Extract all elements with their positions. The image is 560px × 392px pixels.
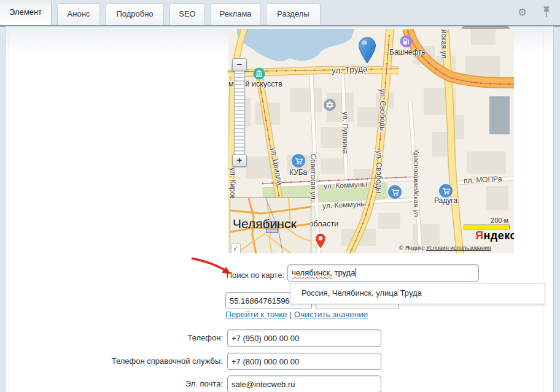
email-label: Эл. почта: — [88, 379, 223, 388]
pin-icon[interactable] — [541, 5, 552, 20]
text-caret — [356, 268, 356, 277]
minimap-collapse-icon[interactable]: ↙ — [231, 244, 241, 253]
map-scale-bar — [464, 225, 510, 229]
annotation-arrow — [185, 253, 241, 278]
map-scale-label: 200 м — [464, 217, 508, 224]
poi-label-oblasti: области — [309, 219, 339, 228]
street-label-sovetskaya: Советская ул. — [309, 154, 317, 201]
shop-cart-icon-kuba[interactable] — [292, 154, 305, 167]
email-input[interactable] — [227, 375, 381, 392]
settings-gear-icon[interactable]: ⚙ — [518, 6, 527, 19]
fuel-station-icon[interactable] — [400, 35, 413, 48]
zoom-out-button[interactable]: − — [232, 58, 247, 71]
panel-right-hairline — [543, 26, 543, 392]
minimap[interactable]: Челябинск ↙ — [230, 198, 311, 253]
goto-point-link[interactable]: Перейти к точке — [225, 310, 287, 319]
map-copyright: © Яндекс Условия использования — [399, 244, 491, 251]
zoom-in-button[interactable]: + — [232, 154, 247, 167]
street-label-rossiyskaya: йская ул. — [440, 29, 448, 61]
panel-left-hairline — [9, 26, 9, 392]
street-label-krasnoarmeyskaya: Красноармейская ул. — [413, 149, 420, 219]
tab-seo[interactable]: SEO — [169, 3, 205, 25]
support-phone-input[interactable] — [227, 353, 381, 370]
yandex-map[interactable]: ул. Труда ул. Свободы ул. Свободы ул. Пу… — [228, 29, 514, 253]
phone-label: Телефон: — [88, 333, 223, 342]
support-phone-label: Телефон справочной службы: — [88, 356, 223, 366]
museum-icon[interactable] — [253, 67, 265, 80]
map-search-input[interactable]: челябинск, труда — [287, 264, 479, 282]
blue-placemark-icon[interactable] — [358, 37, 376, 65]
shop-cart-icon-raduga[interactable] — [439, 184, 453, 198]
copyright-text: © Яндекс — [399, 244, 425, 251]
terms-link[interactable]: Условия использования — [426, 244, 491, 251]
tab-element[interactable]: Элемент — [0, 0, 52, 25]
street-label-svobody-2: ул. Свободы — [375, 150, 383, 193]
tab-podrobno[interactable]: Подробно — [106, 3, 164, 25]
tab-razdely[interactable]: Разделы — [266, 3, 321, 25]
admin-page: Элемент Анонс Подробно SEO Реклама Разде… — [0, 0, 560, 392]
clear-value-link[interactable]: Очистить значение — [294, 310, 368, 319]
street-label-truda: ул. Труда — [332, 64, 368, 75]
street-label-svobody: ул. Свободы — [378, 89, 387, 132]
links-separator: | — [290, 310, 294, 319]
search-suggestion-dropdown: Россия, Челябинск, улица Труда — [290, 283, 545, 304]
tab-anons[interactable]: Анонс — [57, 3, 100, 25]
poi-label-kuba: КУБа — [289, 168, 307, 177]
street-label-pushkina: ул. Пушкина — [341, 112, 349, 154]
suggestion-item[interactable]: Россия, Челябинск, улица Труда — [290, 283, 545, 302]
shop-cart-icon-2[interactable] — [388, 185, 402, 199]
poi-label-raduga: Радуга — [434, 196, 457, 205]
yandex-logo[interactable]: Яндекс — [475, 229, 514, 242]
map-links-row: Перейти к точке | Очистить значение — [225, 310, 368, 319]
phone-input[interactable] — [227, 329, 381, 347]
synagogue-icon[interactable] — [324, 99, 336, 111]
tab-reklama[interactable]: Реклама — [211, 3, 260, 25]
poi-label-bashneft: Башнефть — [389, 48, 426, 56]
red-placemark-icon[interactable] — [314, 233, 327, 251]
zoom-slider[interactable] — [234, 70, 245, 155]
minimap-city-label: Челябинск — [233, 217, 297, 231]
